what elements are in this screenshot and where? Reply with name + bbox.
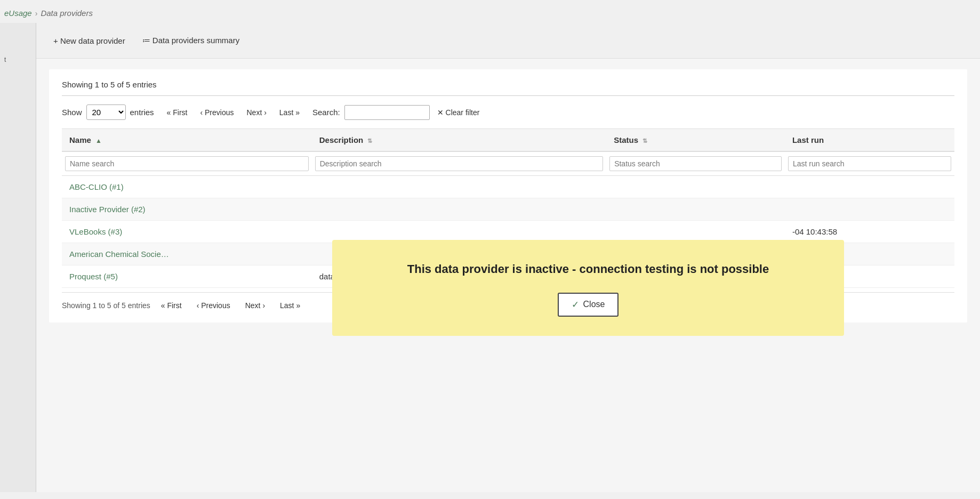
summary-label: ≔ Data providers summary <box>142 36 240 45</box>
lastrun-search-input[interactable] <box>788 156 951 171</box>
table-row: Inactive Provider (#2) <box>62 198 954 221</box>
column-search-row <box>62 151 954 176</box>
name-search-input[interactable] <box>65 156 309 171</box>
sort-both-icon-desc: ⇅ <box>367 138 372 144</box>
data-providers-summary-button[interactable]: ≔ Data providers summary <box>142 34 240 47</box>
breadcrumb-home[interactable]: eUsage <box>4 9 32 18</box>
column-header-name[interactable]: Name ▲ <box>62 129 312 152</box>
first-button[interactable]: « First <box>163 106 192 119</box>
search-input[interactable] <box>344 105 430 120</box>
column-header-lastrun: Last run <box>785 129 954 152</box>
divider <box>62 95 954 96</box>
main-content: + New data provider ≔ Data providers sum… <box>36 23 980 492</box>
column-header-description[interactable]: Description ⇅ <box>312 129 606 152</box>
new-data-provider-button[interactable]: + New data provider <box>53 34 125 47</box>
entries-select[interactable]: 20 50 100 <box>86 104 126 120</box>
modal-message: This data provider is inactive - connect… <box>358 261 818 278</box>
cell-name: Inactive Provider (#2) <box>62 198 312 221</box>
status-search-cell <box>606 151 785 176</box>
status-search-input[interactable] <box>609 156 782 171</box>
bottom-first-button[interactable]: « First <box>157 299 186 312</box>
table-container: Showing 1 to 5 of 5 entries Show 20 50 1… <box>49 69 967 323</box>
breadcrumb: eUsage › Data providers <box>0 0 980 23</box>
new-provider-label: + New data provider <box>53 36 125 45</box>
previous-button[interactable]: ‹ Previous <box>196 106 238 119</box>
showing-info-top: Showing 1 to 5 of 5 entries <box>62 80 954 89</box>
next-button[interactable]: Next › <box>242 106 270 119</box>
cell-description <box>312 176 606 198</box>
cell-status <box>606 198 785 221</box>
entries-label: entries <box>130 108 154 117</box>
breadcrumb-current: Data providers <box>41 9 93 18</box>
sort-asc-icon: ▲ <box>95 137 102 144</box>
cell-status <box>606 176 785 198</box>
pagination-controls: Show 20 50 100 entries « First ‹ Previou… <box>62 104 954 120</box>
cell-lastrun <box>785 198 954 221</box>
provider-name-link[interactable]: ABC-CLIO (#1) <box>69 182 124 191</box>
lastrun-search-cell <box>785 151 954 176</box>
modal-close-label: Close <box>583 300 605 309</box>
clear-filter-button[interactable]: ✕ Clear filter <box>434 106 483 119</box>
sort-both-icon-status: ⇅ <box>642 138 647 144</box>
table-row: ABC-CLIO (#1) <box>62 176 954 198</box>
toolbar: + New data provider ≔ Data providers sum… <box>36 23 980 59</box>
modal-overlay: This data provider is inactive - connect… <box>220 240 957 336</box>
modal-close-button[interactable]: ✓ Close <box>558 293 619 317</box>
name-search-cell <box>62 151 312 176</box>
table-header-row: Name ▲ Description ⇅ Status ⇅ Last run <box>62 129 954 152</box>
cell-description <box>312 198 606 221</box>
cell-name: ABC-CLIO (#1) <box>62 176 312 198</box>
column-header-status[interactable]: Status ⇅ <box>606 129 785 152</box>
provider-name-link[interactable]: Proquest (#5) <box>69 272 118 281</box>
sidebar-label: t <box>2 55 8 65</box>
provider-name-link[interactable]: Inactive Provider (#2) <box>69 205 146 214</box>
sidebar: t <box>0 23 36 492</box>
last-button[interactable]: Last » <box>275 106 304 119</box>
modal-box: This data provider is inactive - connect… <box>332 240 844 336</box>
search-label: Search: <box>312 108 340 117</box>
description-search-input[interactable] <box>315 156 603 171</box>
show-label: Show <box>62 108 82 117</box>
breadcrumb-separator: › <box>35 9 38 18</box>
check-icon: ✓ <box>572 299 579 310</box>
cell-lastrun <box>785 176 954 198</box>
showing-info-bottom: Showing 1 to 5 of 5 entries <box>62 301 150 310</box>
provider-name-link[interactable]: VLeBooks (#3) <box>69 227 122 236</box>
description-search-cell <box>312 151 606 176</box>
provider-name-link[interactable]: American Chemical Socie… <box>69 250 169 259</box>
